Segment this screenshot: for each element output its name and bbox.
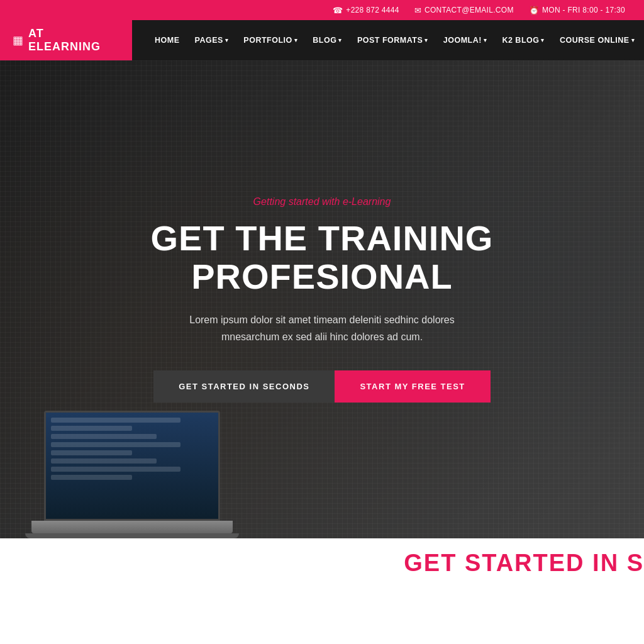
chevron-down-icon: ▾ (225, 37, 229, 43)
logo-area[interactable]: ▦ AT ELEARNING (0, 20, 132, 60)
nav-k2-blog[interactable]: K2 BLOG ▾ (494, 31, 552, 50)
laptop-screen (44, 411, 220, 521)
free-test-button[interactable]: START MY FREE TEST (335, 370, 490, 402)
get-started-heading: GET STARTED IN S (404, 550, 644, 577)
chevron-down-icon: ▾ (425, 37, 428, 43)
business-hours: MON - FRI 8:00 - 17:30 (542, 6, 625, 14)
nav-course-online[interactable]: COURSE ONLINE ▾ (552, 31, 642, 50)
chevron-down-icon: ▾ (541, 37, 545, 43)
screen-row (51, 418, 180, 423)
top-bar: ☎ +228 872 4444 ✉ CONTACT@EMAIL.COM ⏰ MO… (0, 0, 644, 20)
chevron-down-icon: ▾ (484, 37, 487, 43)
hero-content: Getting started with e-Learning GET THE … (52, 196, 592, 403)
laptop-mockup (19, 375, 245, 538)
hero-subtitle: Getting started with e-Learning (102, 196, 542, 208)
nav-portfolio[interactable]: PORTFOLIO ▾ (236, 31, 305, 50)
laptop-base (31, 521, 233, 533)
nav-home[interactable]: HOME (147, 31, 187, 50)
hero-section: Getting started with e-Learning GET THE … (0, 60, 644, 538)
screen-row (51, 450, 132, 455)
clock-icon: ⏰ (529, 6, 539, 15)
phone-info: ☎ +228 872 4444 (333, 6, 399, 15)
screen-row (51, 434, 157, 439)
email-address: CONTACT@EMAIL.COM (425, 6, 514, 14)
hours-info: ⏰ MON - FRI 8:00 - 17:30 (529, 6, 625, 15)
logo-icon: ▦ (13, 33, 23, 47)
hero-description: Lorem ipsum dolor sit amet timeam deleni… (102, 311, 542, 345)
nav-pages[interactable]: PAGES ▾ (187, 31, 236, 50)
screen-row (51, 475, 132, 480)
screen-row (51, 467, 180, 472)
chevron-down-icon: ▾ (294, 37, 298, 43)
nav-blog[interactable]: BLOG ▾ (305, 31, 350, 50)
hero-title: GET THE TRAINING PROFESIONAL (102, 219, 542, 296)
nav-joomla[interactable]: JOOMLA! ▾ (436, 31, 495, 50)
screen-row (51, 426, 132, 431)
email-info: ✉ CONTACT@EMAIL.COM (414, 6, 514, 15)
logo-text: AT ELEARNING (28, 27, 119, 53)
screen-row (51, 458, 157, 464)
header: ▦ AT ELEARNING HOME PAGES ▾ PORTFOLIO ▾ … (0, 20, 644, 60)
bottom-section: GET STARTED IN S (0, 538, 644, 620)
main-nav: HOME PAGES ▾ PORTFOLIO ▾ BLOG ▾ POST FOR… (132, 29, 644, 52)
nav-post-formats[interactable]: POST FORMATS ▾ (350, 31, 436, 50)
email-icon: ✉ (414, 6, 421, 15)
phone-icon: ☎ (333, 6, 343, 15)
laptop-screen-content (46, 413, 218, 519)
chevron-down-icon: ▾ (338, 37, 342, 43)
phone-number: +228 872 4444 (346, 6, 399, 14)
laptop-foot (25, 533, 239, 538)
chevron-down-icon: ▾ (631, 37, 635, 43)
screen-row (51, 442, 180, 447)
